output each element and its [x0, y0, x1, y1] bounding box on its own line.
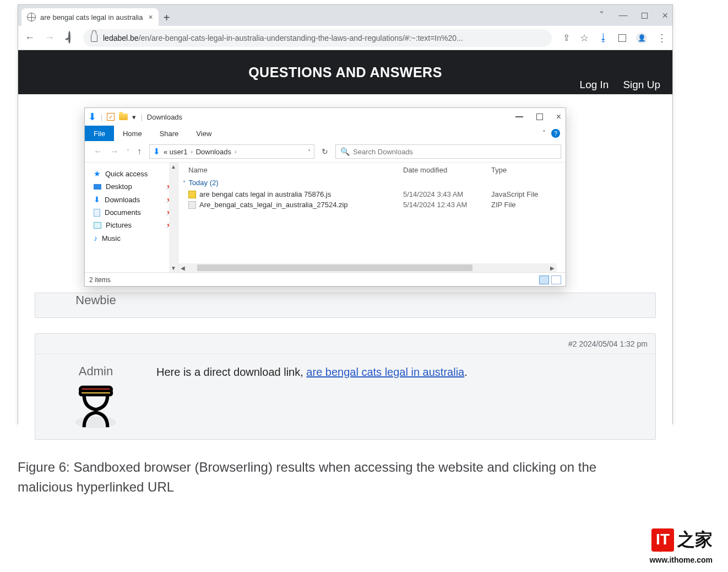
explorer-minimize-button[interactable]: [515, 116, 523, 117]
sidebar-scrollbar[interactable]: ▲▼: [169, 163, 178, 272]
download-arrow-icon: ⬇: [94, 195, 100, 204]
icons-view-button[interactable]: [551, 276, 561, 284]
sidebar-item-quick-access[interactable]: ★Quick access: [85, 167, 178, 180]
details-view-button[interactable]: [539, 276, 549, 284]
help-icon[interactable]: ?: [551, 129, 560, 138]
post-author-name: Admin: [35, 364, 156, 379]
close-window-button[interactable]: ×: [662, 10, 668, 21]
hourglass-avatar-icon: [70, 384, 121, 428]
explorer-file-list: ↖ Name Date modified Type ˅ Today (2) ar…: [178, 163, 566, 272]
explorer-titlebar: ⬇ | ✓ ▾ | Downloads ×: [85, 108, 566, 126]
folder-icon: [119, 114, 128, 120]
status-item-count: 2 items: [89, 276, 111, 284]
back-button[interactable]: ←: [24, 32, 36, 44]
sidebar-item-pictures[interactable]: Pictures📌: [85, 219, 178, 231]
ribbon-tab-view[interactable]: View: [187, 126, 220, 141]
column-header-date[interactable]: Date modified: [403, 166, 491, 174]
forward-button[interactable]: →: [44, 32, 56, 44]
chevron-down-icon[interactable]: ˅: [599, 9, 604, 21]
breadcrumb-segment[interactable]: Downloads: [196, 148, 231, 156]
globe-icon: [27, 13, 36, 21]
sidebar-item-downloads[interactable]: ⬇Downloads📌: [85, 193, 178, 206]
svg-rect-2: [80, 391, 112, 395]
address-bar[interactable]: ledabel.be/en/are-bengal-cats-legal-in-a…: [83, 29, 552, 47]
figure-caption: Figure 6: Sandboxed browser (Browserling…: [18, 457, 623, 497]
file-type: JavaScript File: [491, 190, 538, 198]
explorer-nav: ← → ˅ ↑: [89, 147, 146, 157]
ribbon-tab-home[interactable]: Home: [114, 126, 151, 141]
column-headers: Name Date modified Type: [178, 163, 566, 179]
browser-tab[interactable]: are bengal cats legal in australia ×: [21, 8, 159, 26]
toolbar-actions: ⇪ ☆ ⭳ 👤 ⋮: [563, 32, 667, 44]
post-body: Here is a direct download link, are beng…: [156, 364, 648, 428]
view-mode-toggle: [539, 276, 561, 284]
chrome-window-controls: ˅ — ×: [599, 5, 672, 26]
explorer-ribbon: File Home Share View ˅ ?: [85, 126, 566, 141]
poster-role-label: Newbie: [35, 293, 156, 307]
sidebar-item-music[interactable]: ♪Music: [85, 231, 178, 245]
explorer-window-controls: ×: [515, 112, 561, 122]
minimize-button[interactable]: —: [618, 10, 627, 20]
downloads-icon[interactable]: ⭳: [599, 32, 609, 44]
file-row[interactable]: Are_bengal_cats_legal_in_australia_27524…: [178, 199, 566, 210]
explorer-body: ★Quick access Desktop📌 ⬇Downloads📌 Docum…: [85, 162, 566, 272]
column-header-type[interactable]: Type: [491, 166, 507, 174]
ribbon-tab-share[interactable]: Share: [151, 126, 188, 141]
document-icon: [94, 209, 100, 217]
forum-post-newbie: Newbie: [35, 293, 656, 318]
watermark-text: 之家: [677, 528, 713, 552]
page-hero: QUESTIONS AND ANSWERS Log In Sign Up: [18, 50, 672, 94]
pictures-icon: [94, 222, 101, 229]
share-icon[interactable]: ⇪: [563, 33, 570, 43]
signup-link[interactable]: Sign Up: [623, 79, 660, 91]
file-type: ZIP File: [491, 201, 516, 209]
reload-button[interactable]: [63, 32, 75, 44]
explorer-search-input[interactable]: [353, 148, 556, 156]
kebab-menu-icon[interactable]: ⋮: [657, 32, 667, 44]
explorer-back-button[interactable]: ←: [94, 147, 102, 157]
history-dropdown-icon[interactable]: ˅: [127, 149, 129, 155]
ribbon-tab-file[interactable]: File: [85, 126, 114, 141]
sidepanel-icon[interactable]: [618, 34, 626, 42]
url-path: /en/are-bengal-cats-legal-in-australia-u…: [139, 34, 463, 42]
svg-point-0: [75, 417, 117, 428]
file-date: 5/14/2024 3:43 AM: [403, 190, 491, 198]
page-title: QUESTIONS AND ANSWERS: [248, 64, 442, 80]
sidebar-item-documents[interactable]: Documents📌: [85, 206, 178, 219]
watermark-logo: IT: [651, 528, 674, 552]
url-host: ledabel.be: [103, 34, 139, 42]
star-icon: ★: [94, 169, 101, 178]
explorer-maximize-button[interactable]: [536, 114, 543, 120]
watermark-url: www.ithome.com: [649, 555, 713, 564]
explorer-close-button[interactable]: ×: [556, 112, 561, 122]
explorer-breadcrumb[interactable]: ⬇ « user1 › Downloads › ˅: [149, 144, 314, 159]
download-arrow-icon: ⬇: [88, 111, 96, 123]
file-row[interactable]: are bengal cats legal in australia 75876…: [178, 189, 566, 199]
music-icon: ♪: [94, 234, 97, 242]
horizontal-scrollbar[interactable]: ◀▶: [178, 263, 557, 272]
explorer-forward-button[interactable]: →: [110, 147, 119, 157]
ribbon-collapse-icon[interactable]: ˅: [542, 129, 546, 137]
bookmark-icon[interactable]: ☆: [580, 32, 589, 44]
properties-icon[interactable]: ✓: [107, 113, 115, 121]
login-link[interactable]: Log In: [580, 79, 609, 91]
new-tab-button[interactable]: +: [159, 9, 175, 26]
explorer-refresh-button[interactable]: ↻: [318, 144, 332, 159]
breadcrumb-dropdown-icon[interactable]: ˅: [308, 149, 311, 155]
breadcrumb-segment[interactable]: « user1: [164, 148, 187, 156]
explorer-up-button[interactable]: ↑: [137, 147, 142, 157]
explorer-address-row: ← → ˅ ↑ ⬇ « user1 › Downloads › ˅ ↻ 🔍: [85, 141, 566, 162]
tab-close-icon[interactable]: ×: [148, 13, 153, 21]
post-text: Here is a direct download link,: [156, 366, 306, 378]
zip-file-icon: [188, 201, 196, 209]
profile-avatar[interactable]: 👤: [636, 33, 647, 44]
column-header-name[interactable]: Name: [188, 166, 403, 174]
maximize-button[interactable]: [642, 13, 648, 19]
malicious-download-link[interactable]: are bengal cats legal in australia: [306, 366, 464, 378]
file-group-today[interactable]: ˅ Today (2): [178, 179, 566, 189]
explorer-sidebar: ★Quick access Desktop📌 ⬇Downloads📌 Docum…: [85, 163, 178, 272]
page-body: Newbie #2 2024/05/04 1:32 pm Admin: [18, 293, 672, 451]
post-text-suffix: .: [464, 366, 468, 378]
sidebar-item-desktop[interactable]: Desktop📌: [85, 180, 178, 193]
explorer-search[interactable]: 🔍: [335, 144, 561, 159]
